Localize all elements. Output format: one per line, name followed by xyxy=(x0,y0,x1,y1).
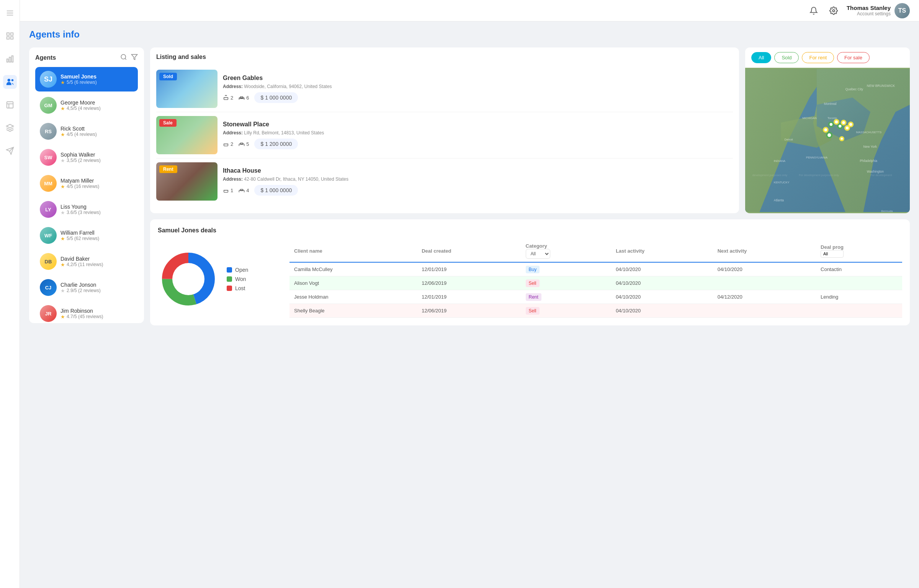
user-profile[interactable]: Thomas Stanley Account settings TS xyxy=(847,3,910,18)
legend-label-open: Open xyxy=(235,267,248,273)
agent-info: Charlie Jonson ★ 2.9/5 (2 reviews) xyxy=(61,282,133,294)
map-panel: All Sold For rent For sale xyxy=(745,47,910,213)
chart-icon[interactable] xyxy=(3,52,17,66)
layout-icon[interactable] xyxy=(3,98,17,112)
agent-item-liss-young[interactable]: LY Liss Young ★ 3.6/5 (3 reviews) xyxy=(35,197,138,222)
agent-avatar: RS xyxy=(40,123,57,140)
agent-rating: ★ 4,5/5 (4 reviews) xyxy=(61,106,133,111)
agent-rating: ★ 3.6/5 (3 reviews) xyxy=(61,210,133,216)
listings-panel: Listing and sales Sold Green Gables Addr… xyxy=(150,47,739,213)
agent-info: Rick Scott ★ 4/5 (4 reviews) xyxy=(61,126,133,137)
agent-info: Samuel Jones ★ 5/5 (6 reviews) xyxy=(61,74,133,85)
svg-text:For development purposes only: For development purposes only xyxy=(799,173,839,177)
cell-progress xyxy=(816,276,902,290)
map-container: Quebec City NEW BRUNSWICK Montreal MICHI… xyxy=(745,68,910,213)
filter-forsale[interactable]: For sale xyxy=(837,52,870,63)
grid-icon[interactable] xyxy=(3,29,17,43)
filter-icon[interactable] xyxy=(131,54,138,62)
agent-item-william-farrell[interactable]: WF William Farrell ★ 5/5 (62 reviews) xyxy=(35,223,138,248)
agent-info: Liss Young ★ 3.6/5 (3 reviews) xyxy=(61,204,133,216)
bedrooms: 5 xyxy=(239,141,249,147)
avatar-initials: TS xyxy=(894,3,910,18)
bathrooms: 1 xyxy=(223,187,233,193)
agent-avatar: SW xyxy=(40,149,57,166)
agent-avatar: MM xyxy=(40,175,57,192)
svg-text:PENNSYLVANIA: PENNSYLVANIA xyxy=(806,156,827,159)
listing-image: Rent xyxy=(156,162,217,201)
cell-client: Camilla McCulley xyxy=(289,262,417,276)
agent-rating: ★ 5/5 (62 reviews) xyxy=(61,236,133,242)
user-info: Thomas Stanley Account settings xyxy=(847,5,891,16)
svg-text:Washington: Washington xyxy=(867,170,884,173)
category-filter[interactable]: All Buy Sell Rent xyxy=(526,249,550,259)
settings-icon[interactable] xyxy=(827,4,841,18)
agent-info: Sophia Walker ★ 3,5/5 (2 reviews) xyxy=(61,152,133,163)
agent-item-charlie-jonson[interactable]: CJ Charlie Jonson ★ 2.9/5 (2 reviews) xyxy=(35,275,138,300)
agent-avatar-samuel-jones: SJ xyxy=(40,71,57,88)
svg-point-45 xyxy=(830,123,832,126)
legend: Open Won Lost xyxy=(227,267,248,291)
table-row: Shelly Beagle 12/06/2019 Sell 04/10/2020 xyxy=(289,304,902,318)
agent-rating: ★ 4.7/5 (45 reviews) xyxy=(61,314,133,320)
svg-point-61 xyxy=(841,138,843,140)
deals-table: Client name Deal created Category All Bu… xyxy=(289,240,902,318)
page-title: Agents info xyxy=(29,29,910,40)
listing-item-ithaca: Rent Ithaca House Address: 42-80 Caldwel… xyxy=(156,158,733,204)
agent-item-rick-scott[interactable]: RS Rick Scott ★ 4/5 (4 reviews) xyxy=(35,119,138,144)
send-icon[interactable] xyxy=(3,144,17,158)
listing-item-stonewall: Sale Stonewall Place Address: Lilly Rd, … xyxy=(156,112,733,158)
legend-dot-won xyxy=(227,276,232,282)
col-category: Category All Buy Sell Rent xyxy=(521,240,612,262)
people-icon[interactable] xyxy=(3,75,17,89)
table-row: Jesse Holdman 12/01/2019 Rent 04/10/2020… xyxy=(289,290,902,304)
svg-text:KENTUCKY: KENTUCKY xyxy=(774,181,790,184)
listing-badge-rent: Rent xyxy=(159,165,177,173)
agent-avatar: DB xyxy=(40,253,57,270)
svg-rect-5 xyxy=(7,37,9,39)
agent-item-sophia-walker[interactable]: SW Sophia Walker ★ 3,5/5 (2 reviews) xyxy=(35,145,138,170)
agent-item-jim-robinson[interactable]: JR Jim Robinson ★ 4.7/5 (45 reviews) xyxy=(35,301,138,323)
svg-text:MICHIGAN: MICHIGAN xyxy=(803,116,817,120)
svg-point-65 xyxy=(172,263,204,295)
agent-item-samuel-jones[interactable]: SJ Samuel Jones ★ 5/5 (6 reviews) xyxy=(35,67,138,91)
legend-open: Open xyxy=(227,267,248,273)
deals-title: Samuel Jones deals xyxy=(158,227,902,234)
listing-price: $ 1 200 0000 xyxy=(254,139,298,149)
filter-all[interactable]: All xyxy=(751,52,771,63)
agent-item-matyam-miller[interactable]: MM Matyam Miller ★ 4/5 (16 reviews) xyxy=(35,171,138,196)
agent-name: Charlie Jonson xyxy=(61,282,133,288)
agents-header-icons xyxy=(120,54,138,62)
notification-icon[interactable] xyxy=(807,4,821,18)
map-filters: All Sold For rent For sale xyxy=(745,47,910,68)
listing-address: Address: Woodside, California, 94062, Un… xyxy=(223,84,733,89)
svg-text:New York: New York xyxy=(863,145,877,149)
menu-icon[interactable] xyxy=(3,6,17,20)
filter-sold[interactable]: Sold xyxy=(774,52,799,63)
agent-item-george-moore[interactable]: GM George Moore ★ 4,5/5 (4 reviews) xyxy=(35,93,138,118)
layers-icon[interactable] xyxy=(3,121,17,135)
svg-rect-4 xyxy=(10,33,13,35)
agent-item-david-baker[interactable]: DB David Baker ★ 4,2/5 (11 reviews) xyxy=(35,249,138,274)
agent-avatar: WF xyxy=(40,227,57,244)
legend-label-won: Won xyxy=(235,276,246,282)
cell-created: 12/06/2019 xyxy=(417,304,521,318)
cell-client: Jesse Holdman xyxy=(289,290,417,304)
cell-next-activity xyxy=(713,276,816,290)
listing-image: Sold xyxy=(156,70,217,108)
listing-name: Ithaca House xyxy=(223,167,733,174)
agent-name: William Farrell xyxy=(61,230,133,236)
svg-rect-8 xyxy=(9,57,11,62)
bathrooms: 2 xyxy=(223,95,233,101)
agent-rating: ★ 3,5/5 (2 reviews) xyxy=(61,158,133,163)
legend-label-lost: Lost xyxy=(235,285,245,291)
main-content: Thomas Stanley Account settings TS Agent… xyxy=(20,0,919,588)
svg-rect-12 xyxy=(7,102,13,108)
agent-name: George Moore xyxy=(61,100,133,106)
cell-created: 12/01/2019 xyxy=(417,290,521,304)
agent-avatar: CJ xyxy=(40,279,57,296)
deal-prog-filter[interactable] xyxy=(821,250,844,258)
filter-rent[interactable]: For rent xyxy=(802,52,834,63)
search-icon[interactable] xyxy=(120,54,127,62)
agents-header: Agents xyxy=(35,54,138,62)
category-badge: Sell xyxy=(526,307,540,315)
